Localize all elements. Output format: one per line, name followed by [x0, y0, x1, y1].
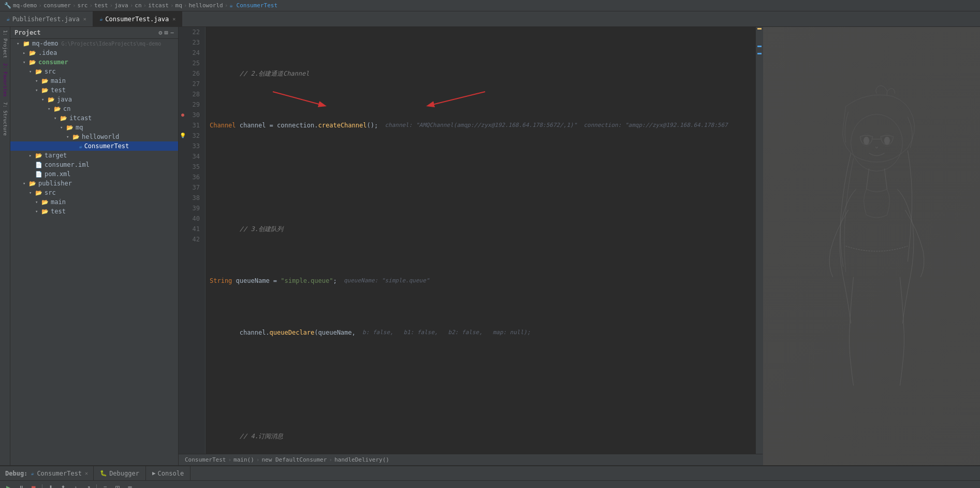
- breadcrumb-consumer[interactable]: consumer: [43, 2, 71, 9]
- label-consumer-iml: consumer.iml: [45, 161, 90, 168]
- tree-item-main[interactable]: ▾ 📂 main: [10, 76, 178, 85]
- breadcrumb-test[interactable]: test: [94, 2, 108, 9]
- tree-item-java[interactable]: ▾ 📂 java: [10, 95, 178, 104]
- tree-item-pom[interactable]: 📄 pom.xml: [10, 169, 178, 179]
- breadcrumb-mq[interactable]: mq: [175, 2, 182, 9]
- bc-defaultconsumer[interactable]: new DefaultConsumer: [261, 456, 327, 463]
- breadcrumb-itcast[interactable]: itcast: [148, 2, 169, 9]
- bc-consumertest[interactable]: ConsumerTest: [185, 456, 226, 463]
- folder-icon-pub-main: 📂: [41, 199, 49, 206]
- debug-title-section: Debug: ☕ ConsumerTest ✕: [0, 466, 94, 480]
- arrow-target: ▸: [29, 153, 35, 158]
- tree-item-src[interactable]: ▾ 📂 src: [10, 67, 178, 76]
- label-pub-src: src: [45, 189, 56, 196]
- tree-item-test[interactable]: ▾ 📂 test: [10, 85, 178, 95]
- tree-item-consumer-iml[interactable]: 📄 consumer.iml: [10, 160, 178, 169]
- label-pub-main: main: [51, 198, 66, 206]
- label-mqdemo: mq-demo: [32, 40, 58, 47]
- svg-line-8: [884, 168, 887, 189]
- arrow-publisher: ▾: [23, 181, 29, 186]
- debug-title-bar: Debug: ☕ ConsumerTest ✕ 🐛 Debugger ▶ Con…: [0, 466, 980, 481]
- tree-item-cn[interactable]: ▾ 📂 cn: [10, 104, 178, 113]
- tree-item-target[interactable]: ▸ 📂 target: [10, 151, 178, 160]
- tree-item-pub-test[interactable]: ▾ 📂 test: [10, 207, 178, 216]
- tab-publisher-close[interactable]: ✕: [83, 16, 86, 22]
- debug-watches-btn[interactable]: ⊞: [112, 482, 123, 489]
- breadcrumb-helloworld[interactable]: helloworld: [188, 2, 223, 9]
- debug-evaluate-btn[interactable]: ≡: [99, 482, 111, 489]
- debug-step-over-btn[interactable]: ⬇: [45, 482, 56, 489]
- left-icon-1[interactable]: 1: Project: [3, 28, 8, 60]
- debug-resume-btn[interactable]: ▶: [3, 482, 14, 489]
- breadcrumb-consumertest[interactable]: ☕ ConsumerTest: [229, 2, 277, 9]
- tab-consumertest[interactable]: ☕ ConsumerTest.java ✕: [93, 11, 182, 26]
- anime-area: [763, 27, 980, 465]
- folder-icon-cn: 📂: [54, 106, 61, 112]
- tree-item-idea[interactable]: ▸ 📂 .idea: [10, 48, 178, 58]
- debug-step-into-btn[interactable]: ⬆: [57, 482, 69, 489]
- tree-item-publisher[interactable]: ▾ 📂 publisher: [10, 179, 178, 188]
- sidebar-content: ▾ 📁 mq-demo G:\Projects\IdeaProjects\mq-…: [10, 39, 178, 465]
- tab-consumertest-label: ConsumerTest.java: [105, 16, 169, 23]
- arrow-helloworld: ▾: [66, 134, 72, 139]
- java-icon-consumertest: ☕: [79, 143, 82, 150]
- arrow-main: ▾: [35, 78, 41, 83]
- label-itcast: itcast: [69, 114, 92, 122]
- sidebar-settings-icon[interactable]: ⚙: [158, 29, 162, 36]
- label-pub-test: test: [51, 208, 66, 215]
- sidebar-title: Project: [14, 29, 41, 36]
- arrow-src: ▾: [29, 69, 35, 74]
- sidebar-gear-icon[interactable]: ⊞: [165, 29, 168, 36]
- svg-line-1: [428, 92, 485, 106]
- iml-icon: 📄: [35, 162, 42, 168]
- tree-item-pub-main[interactable]: ▾ 📂 main: [10, 197, 178, 207]
- left-icon-3[interactable]: 7: Structure: [3, 100, 8, 138]
- code-line-29: // 4.订阅消息: [210, 431, 751, 441]
- breadcrumb-mq-demo[interactable]: mq-demo: [13, 2, 37, 9]
- arrow-cn: ▾: [48, 106, 54, 111]
- breadcrumb-src[interactable]: src: [78, 2, 88, 9]
- label-src: src: [45, 68, 56, 75]
- breadcrumb-cn[interactable]: cn: [135, 2, 141, 9]
- left-icon-2[interactable]: 2: Favorites: [3, 61, 8, 99]
- debug-session-close[interactable]: ✕: [85, 470, 88, 476]
- svg-point-5: [864, 137, 870, 145]
- bottom-panel: Debug: ☕ ConsumerTest ✕ 🐛 Debugger ▶ Con…: [0, 465, 980, 488]
- sidebar-minimize-icon[interactable]: −: [170, 29, 174, 36]
- arrow-pub-main: ▾: [35, 199, 41, 205]
- tree-item-mqdemo[interactable]: ▾ 📁 mq-demo G:\Projects\IdeaProjects\mq-…: [10, 39, 178, 48]
- debug-tab-debugger[interactable]: 🐛 Debugger: [94, 466, 146, 480]
- sidebar-header: Project ⚙ ⊞ −: [10, 27, 178, 39]
- console-tab-label: Console: [158, 470, 184, 477]
- bc-handledelivery[interactable]: handleDelivery(): [334, 456, 389, 463]
- code-content[interactable]: // 2.创建通道Channel Channel channel = conne…: [206, 27, 755, 454]
- tab-publisher[interactable]: ☕ PublisherTest.java ✕: [0, 11, 93, 26]
- sidebar: Project ⚙ ⊞ − ▾ 📁 mq-demo G:\Projects\Id…: [10, 27, 179, 465]
- tree-item-consumertest[interactable]: ☕ ConsumerTest: [10, 141, 178, 151]
- debug-pause-btn[interactable]: ⏸: [16, 482, 27, 489]
- editor-breadcrumb: ConsumerTest › main() › new DefaultConsu…: [179, 454, 763, 465]
- tree-item-mq[interactable]: ▾ 📂 mq: [10, 123, 178, 132]
- label-consumertest: ConsumerTest: [84, 142, 129, 150]
- breadcrumb-java[interactable]: java: [114, 2, 128, 9]
- debug-run-cursor-btn[interactable]: ↗: [82, 482, 94, 489]
- folder-icon-publisher: 📂: [29, 180, 36, 187]
- folder-icon-mq: 📂: [66, 124, 74, 131]
- code-line-27: channel.queueDeclare(queueName, b: false…: [210, 327, 751, 338]
- tree-item-pub-src[interactable]: ▾ 📂 src: [10, 188, 178, 197]
- label-idea: .idea: [38, 49, 57, 56]
- svg-point-6: [884, 137, 890, 145]
- debug-frames-btn[interactable]: ≣: [124, 482, 136, 489]
- debug-tab-console[interactable]: ▶ Console: [146, 466, 191, 480]
- debug-step-out-btn[interactable]: ↑: [70, 482, 81, 489]
- label-main: main: [51, 77, 66, 84]
- debug-stop-btn[interactable]: ⏹: [28, 482, 39, 489]
- debug-session-name: ConsumerTest: [37, 470, 82, 477]
- tree-item-itcast[interactable]: ▾ 📂 itcast: [10, 113, 178, 123]
- bc-main[interactable]: main(): [233, 456, 254, 463]
- tree-item-helloworld[interactable]: ▾ 📂 helloworld: [10, 132, 178, 141]
- editor: ● 💡 22 23 24 25 26 27 28 29 30: [179, 27, 763, 465]
- label-cn: cn: [63, 105, 70, 112]
- tree-item-consumer[interactable]: ▾ 📂 consumer: [10, 58, 178, 67]
- tab-consumertest-close[interactable]: ✕: [172, 16, 175, 22]
